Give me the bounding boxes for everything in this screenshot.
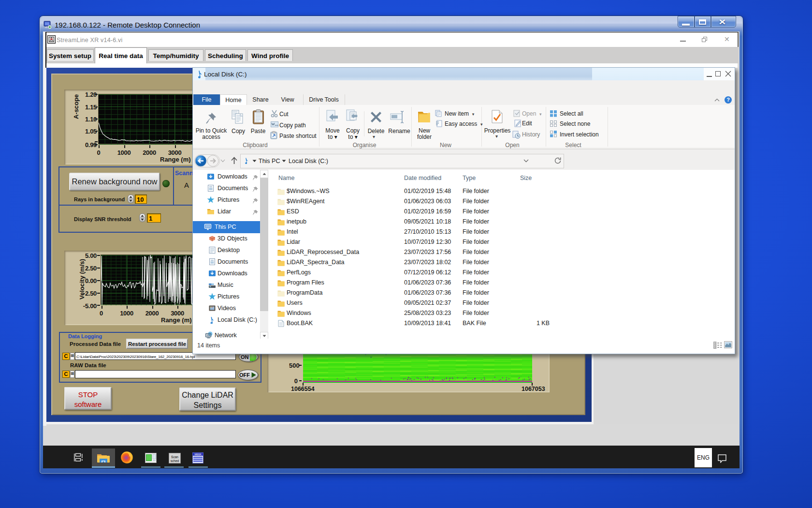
svg-text:WEEK: WEEK [194, 453, 202, 456]
